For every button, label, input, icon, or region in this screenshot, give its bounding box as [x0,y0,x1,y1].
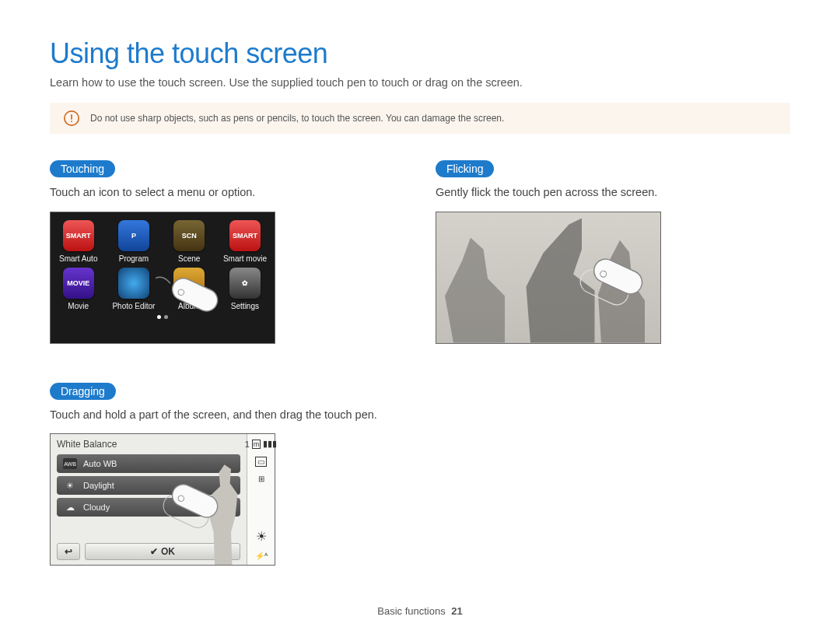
svg-rect-1 [71,114,72,120]
program-label: Program [119,254,149,263]
wb-option-auto[interactable]: AWB Auto WB [57,454,240,473]
footer-section: Basic functions [377,605,445,617]
app-settings[interactable]: ✿ Settings [223,268,267,310]
scene-icon: SCN [173,220,205,251]
sidebar-icon-1: ▭ [255,457,267,467]
flicking-section: Flicking Gently flick the touch pen acro… [436,160,790,344]
sun-icon: ☀ [63,480,77,491]
count-value: 1 [245,440,250,449]
album-label: Album [178,302,200,310]
touching-label: Touching [50,160,115,177]
touching-desc: Touch an icon to select a menu or option… [50,185,404,201]
page-dots [58,315,267,319]
dragging-label: Dragging [50,383,116,400]
wb-daylight-label: Daylight [83,481,114,490]
check-icon: ✔ [150,546,158,557]
person-silhouette-1 [436,226,522,343]
movie-icon: MOVIE [63,268,94,299]
page-footer: Basic functions 21 [0,605,840,617]
program-icon: P [118,220,149,251]
footer-page-number: 21 [451,605,462,617]
app-photo-editor[interactable]: Photo Editor [112,268,155,310]
flick-pen-icon [572,255,650,321]
page-title: Using the touch screen [50,37,790,70]
status-sidebar: 1 m ▮▮▮ ▭ ⊞ ☀ ⚡ᴬ [247,434,275,565]
app-album[interactable]: ▶ Album [169,268,208,310]
wb-title: White Balance [57,439,240,450]
flicking-desc: Gently flick the touch pen across the sc… [436,185,790,201]
back-button[interactable]: ↩ [57,543,80,560]
smart-movie-icon: SMART [229,220,261,251]
app-program[interactable]: P Program [112,220,155,263]
warning-box: Do not use sharp objects, such as pens o… [50,103,790,134]
wb-auto-label: Auto WB [83,459,117,468]
back-arrow-icon: ↩ [65,546,72,557]
awb-icon: AWB [63,458,77,469]
movie-label: Movie [68,302,89,310]
svg-rect-2 [71,121,72,122]
app-scene[interactable]: SCN Scene [169,220,208,263]
app-smart-movie[interactable]: SMART Smart movie [223,220,267,263]
ok-label: OK [161,546,175,557]
memory-icon: m [252,440,261,449]
smart-movie-label: Smart movie [223,254,267,263]
touching-screenshot: SMART Smart Auto P Program SCN Scene SMA… [50,212,275,344]
smart-auto-label: Smart Auto [59,254,97,263]
warning-icon [64,110,79,126]
cloud-icon: ☁ [63,502,77,513]
wb-option-daylight[interactable]: ☀ Daylight [57,476,240,495]
smart-auto-icon: SMART [63,220,94,251]
app-smart-auto[interactable]: SMART Smart Auto [58,220,98,263]
settings-label: Settings [231,302,259,310]
dragging-desc: Touch and hold a part of the screen, and… [50,408,404,423]
warning-text: Do not use sharp objects, such as pens o… [90,113,504,124]
flicking-label: Flicking [436,160,494,177]
svg-rect-9 [590,255,646,298]
dragging-screenshot: White Balance AWB Auto WB ☀ Daylight ☁ C… [50,433,275,566]
photo-editor-label: Photo Editor [112,302,155,310]
flicking-screenshot [436,212,661,344]
album-icon: ▶ [173,268,205,299]
photo-editor-icon [118,268,149,299]
intro-text: Learn how to use the touch screen. Use t… [50,76,790,89]
flash-auto-icon: ⚡ᴬ [255,552,268,560]
brightness-icon: ☀ [256,529,267,544]
settings-icon: ✿ [229,268,261,299]
battery-icon: ▮▮▮ [263,439,277,449]
wb-cloudy-label: Cloudy [83,503,110,512]
sidebar-icon-2: ⊞ [258,475,264,483]
dragging-section: Dragging Touch and hold a part of the sc… [50,383,404,566]
scene-label: Scene [178,254,200,263]
touching-section: Touching Touch an icon to select a menu … [50,160,404,344]
app-movie[interactable]: MOVIE Movie [58,268,98,310]
